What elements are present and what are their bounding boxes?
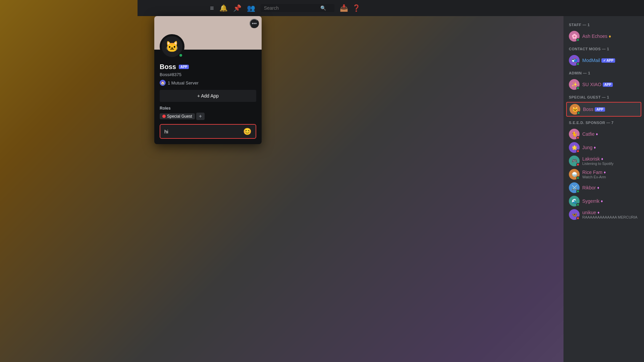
status-catfie <box>576 136 580 139</box>
member-name-row-sygerrik: Sygerrik ♦ <box>582 198 639 204</box>
status-boss <box>577 111 580 115</box>
members-icon[interactable]: 👥 <box>247 4 255 12</box>
search-icon: 🔍 <box>320 5 326 11</box>
roles-list: Special Guest + <box>160 113 256 120</box>
role-name-special-guest: Special Guest <box>167 114 192 119</box>
badge-modmail: ✓ APP <box>601 58 615 63</box>
member-info-jung: Jung ♦ <box>582 145 639 150</box>
status-sygerrik <box>576 203 580 206</box>
topbar-right-icons: 📥 ❓ <box>340 4 361 12</box>
gem-icon-jung: ♦ <box>594 145 596 150</box>
member-name-row-unikue: unikue ♦ <box>582 210 639 215</box>
member-info-modmail: ModMail ✓ APP <box>582 58 639 63</box>
search-input[interactable] <box>264 5 318 11</box>
member-row-lakorisk[interactable]: 🎮 Lakorisk ♦ Listening to Spotify <box>566 154 641 168</box>
member-name-sygerrik: Sygerrik <box>582 198 599 204</box>
member-name-row-jung: Jung ♦ <box>582 145 639 150</box>
badge-boss: APP <box>595 107 605 112</box>
member-name-modmail: ModMail <box>582 58 600 63</box>
member-info-boss: Boss APP <box>583 107 638 112</box>
member-row-unikue[interactable]: 🦋 unikue ♦ RAAAAAAAAAAAAA MERCURIA <box>566 208 641 221</box>
member-activity-lakorisk: Listening to Spotify <box>582 162 639 166</box>
member-info-su-xiao: SU XIAO APP <box>582 82 639 87</box>
profile-body: Boss APP Boss#8375 🏠 1 Mutual Server + A… <box>154 50 262 144</box>
member-row-jung[interactable]: 🌟 Jung ♦ <box>566 141 641 154</box>
role-section-staff: STAFF — 1 🌸 Ash Echoes ♦ <box>566 21 641 43</box>
profile-more-button[interactable]: ••• <box>250 19 259 28</box>
message-input-wrap[interactable]: hi 😊 <box>160 124 256 139</box>
add-app-button[interactable]: + Add App <box>160 90 256 102</box>
role-add-button[interactable]: + <box>196 113 205 120</box>
member-row-ash-echoes[interactable]: 🌸 Ash Echoes ♦ <box>566 29 641 43</box>
avatar-wrap-unikue: 🦋 <box>569 209 580 220</box>
member-row-su-xiao[interactable]: ✨ SU XIAO APP <box>566 78 641 91</box>
member-activity-unikue: RAAAAAAAAAAAAA MERCURIA <box>582 215 639 219</box>
notifications-icon[interactable]: 🔔 <box>219 4 228 12</box>
member-row-modmail[interactable]: 📬 ModMail ✓ APP <box>566 54 641 67</box>
pin-icon[interactable]: 📌 <box>233 4 241 12</box>
gem-icon-rikbor: ♦ <box>597 185 599 190</box>
avatar-wrap-jung: 🌟 <box>569 142 580 153</box>
avatar-wrap-lakorisk: 🎮 <box>569 156 580 166</box>
profile-card: ••• 🐱 Boss APP Boss#8375 🏠 1 Mutual Serv… <box>154 16 262 144</box>
member-name-rikbor: Rikbor <box>582 185 596 190</box>
status-ash-echoes <box>576 38 580 42</box>
status-rice-fam <box>576 176 580 180</box>
role-section-contact-mods: CONTACT MODS — 1 📬 ModMail ✓ APP <box>566 46 641 67</box>
status-modmail <box>576 62 580 66</box>
member-name-rice-fam: Rice Fam <box>582 170 602 175</box>
role-header-seed-sponsor: S.E.E.D. SPONSOR — 7 <box>566 119 641 126</box>
status-unikue <box>576 217 580 220</box>
mutual-server-text: 1 Mutual Server <box>168 80 199 85</box>
avatar-wrap-su-xiao: ✨ <box>569 79 580 90</box>
member-activity-rice-fam: Watch Ex-Arm <box>582 175 631 179</box>
member-name-lakorisk: Lakorisk <box>582 156 600 162</box>
role-section-seed-sponsor: S.E.E.D. SPONSOR — 7 🐈 Catfie ♦ 🌟 <box>566 119 641 221</box>
member-name-catfie: Catfie <box>582 131 595 137</box>
member-name-row-rikbor: Rikbor ♦ <box>582 185 639 190</box>
inbox-icon[interactable]: 📥 <box>340 4 348 12</box>
role-section-special-guest: SPECIAL GUEST — 1 🐱 Boss APP <box>566 94 641 117</box>
member-info-unikue: unikue ♦ RAAAAAAAAAAAAA MERCURIA <box>582 210 639 219</box>
roles-section: Roles Special Guest + <box>160 106 256 120</box>
status-lakorisk <box>576 163 580 166</box>
role-header-special-guest: SPECIAL GUEST — 1 <box>566 94 641 101</box>
profile-banner: ••• 🐱 <box>154 16 262 50</box>
avatar-wrap-catfie: 🐈 <box>569 129 580 139</box>
gem-icon-unikue: ♦ <box>597 210 599 215</box>
member-info-ash-echoes: Ash Echoes ♦ <box>582 34 639 39</box>
crown-icon-ash-echoes: ♦ <box>609 34 611 39</box>
member-name-su-xiao: SU XIAO <box>582 82 601 87</box>
threads-icon[interactable]: ≡ <box>210 4 214 12</box>
member-row-boss[interactable]: 🐱 Boss APP <box>566 102 641 117</box>
member-row-catfie[interactable]: 🐈 Catfie ♦ <box>566 127 641 141</box>
member-name-row-modmail: ModMail ✓ APP <box>582 58 639 63</box>
role-header-admin: ADMIN — 1 <box>566 70 641 76</box>
gem-icon-rice-fam: ♦ <box>604 170 606 175</box>
topbar-icons: ≡ 🔔 📌 👥 <box>210 4 255 12</box>
role-header-staff: STAFF — 1 <box>566 21 641 28</box>
search-bar[interactable]: 🔍 <box>261 4 334 12</box>
member-info-rice-fam: Rice Fam ♦ Watch Ex-Arm <box>582 170 631 179</box>
members-panel: STAFF — 1 🌸 Ash Echoes ♦ CONTACT MODS — … <box>564 16 644 362</box>
avatar-wrap-rice-fam: 🍚 <box>569 169 580 180</box>
member-row-rikbor[interactable]: ⚔️ Rikbor ♦ <box>566 181 641 194</box>
member-name-ash-echoes: Ash Echoes <box>582 34 607 39</box>
help-icon[interactable]: ❓ <box>352 4 361 12</box>
member-info-catfie: Catfie ♦ <box>582 131 639 137</box>
status-su-xiao <box>576 86 580 90</box>
member-row-rice-fam[interactable]: 🍚 Rice Fam ♦ Watch Ex-Arm ••• <box>566 168 641 181</box>
profile-badge: APP <box>179 65 189 69</box>
profile-avatar-wrap: 🐱 <box>160 34 184 59</box>
mutual-server-icon: 🏠 <box>160 80 166 86</box>
avatar-wrap-modmail: 📬 <box>569 55 580 66</box>
member-name-row-rice-fam: Rice Fam ♦ <box>582 170 631 175</box>
member-row-sygerrik[interactable]: 🌊 Sygerrik ♦ <box>566 194 641 208</box>
role-dot-special-guest <box>162 115 166 118</box>
member-info-lakorisk: Lakorisk ♦ Listening to Spotify <box>582 156 639 166</box>
role-header-contact-mods: CONTACT MODS — 1 <box>566 46 641 52</box>
member-info-sygerrik: Sygerrik ♦ <box>582 198 639 204</box>
emoji-button[interactable]: 😊 <box>243 127 252 135</box>
member-name-jung: Jung <box>582 145 592 150</box>
avatar-wrap-rikbor: ⚔️ <box>569 182 580 193</box>
